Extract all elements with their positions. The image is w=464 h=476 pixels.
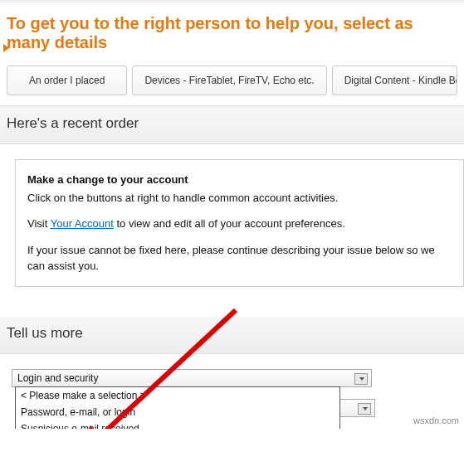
box-line3: If your issue cannot be fixed here, plea… xyxy=(27,242,452,274)
topic-select[interactable]: Login and security xyxy=(12,369,372,387)
watermark: wsxdn.com xyxy=(413,415,459,425)
subtopic-dropdown: < Please make a selection > Password, e-… xyxy=(15,386,340,429)
dropdown-option-placeholder[interactable]: < Please make a selection > xyxy=(16,387,339,404)
box-title: Make a change to your account xyxy=(27,172,452,188)
tab-digital-content[interactable]: Digital Content - Kindle Books, Videos, … xyxy=(332,66,457,95)
topic-select-value: Login and security xyxy=(17,372,98,384)
account-info-box: Make a change to your account Click on t… xyxy=(15,159,464,287)
box-line2: Visit Your Account to view and edit all … xyxy=(27,216,452,232)
box-line1: Click on the buttons at right to handle … xyxy=(27,190,452,206)
triangle-right-icon xyxy=(3,44,9,52)
category-tabs: An order I placed Devices - FireTablet, … xyxy=(0,66,464,95)
tell-us-more-header: Tell us more xyxy=(0,317,464,354)
page-heading: To get you to the right person to help y… xyxy=(0,2,464,66)
tab-order-placed[interactable]: An order I placed xyxy=(7,66,127,95)
dropdown-option-password[interactable]: Password, e-mail, or login xyxy=(16,404,339,420)
your-account-link[interactable]: Your Account xyxy=(51,217,114,230)
tab-devices[interactable]: Devices - FireTablet, FireTV, Echo etc. xyxy=(132,66,326,95)
dropdown-option-suspicious-email[interactable]: Suspicious e-mail received xyxy=(16,420,339,429)
recent-order-header: Here's a recent order xyxy=(0,107,464,144)
